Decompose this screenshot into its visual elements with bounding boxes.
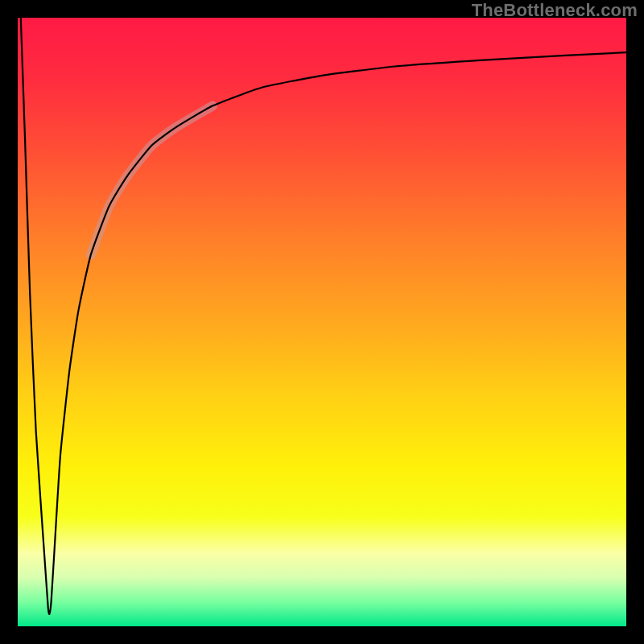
chart-stage: TheBottleneck.com	[0, 0, 644, 644]
attribution-label: TheBottleneck.com	[472, 0, 638, 21]
highlight-segment	[91, 106, 213, 255]
plot-area	[18, 18, 626, 626]
curve-layer	[18, 18, 626, 626]
bottleneck-curve	[21, 18, 626, 614]
